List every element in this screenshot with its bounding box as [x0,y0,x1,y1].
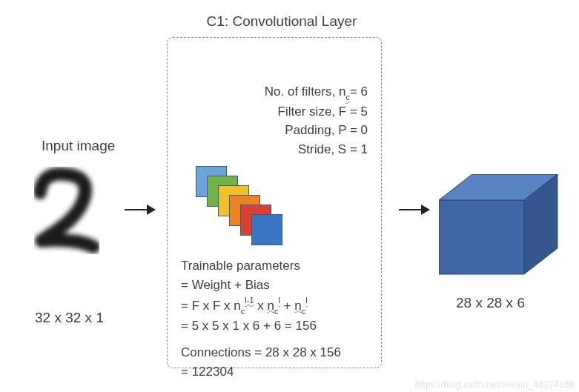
svg-marker-0 [439,200,524,274]
input-label: Input image [42,138,115,154]
filter-square [251,214,282,245]
calc-line4: = 5 x 5 x 1 x 6 + 6 = 156 [181,316,341,336]
output-cuboid [439,174,565,282]
calc-text: + [280,298,294,312]
calc-line6: = 122304 [181,362,341,382]
calc-line1: Trainable parameters [181,256,341,276]
calc-sub: c [241,307,245,316]
filters-label: No. of filters, [265,84,339,99]
calc-text: x [254,298,268,312]
calc-line2: = Weight + Bias [181,276,341,295]
filters-sub: c [345,93,350,102]
output-caption: 28 x 28 x 6 [456,295,525,311]
input-caption: 32 x 32 x 1 [35,310,104,326]
filter-stack [196,166,307,255]
filter-size: Filter size, F = 5 [265,102,368,122]
stride: Stride, S = 1 [265,140,368,159]
arrow-layer-to-output [399,205,430,215]
conv-layer-box: No. of filters, nc= 6 Filter size, F = 5… [167,37,382,368]
arrow-input-to-layer [125,205,156,215]
calc-var: n [267,298,274,312]
calc-sub: c [302,307,306,316]
watermark: https://blog.csdn.net/weixin_46274168 [415,379,575,390]
calc-sup: l-1 [245,296,254,305]
filters-val: = 6 [350,84,368,99]
input-digit-2 [19,159,108,270]
hyperparams: No. of filters, nc= 6 Filter size, F = 5… [265,82,368,159]
calc-sup: l [305,296,307,305]
calc-var: n [234,298,240,312]
calc-line5: Connections = 28 x 28 x 156 [181,343,341,362]
calc-sup: l [278,296,279,305]
calculations: Trainable parameters = Weight + Bias = F… [181,256,341,382]
filters-var: n [339,84,345,99]
layer-title: C1: Convolutional Layer [185,13,378,30]
calc-var: n [294,298,301,312]
padding: Padding, P = 0 [265,121,368,140]
calc-text: = F x F x [181,298,234,312]
calc-line3: = F x F x ncl-1 x ncl + ncl [181,296,341,316]
calc-sub: c [274,307,279,316]
